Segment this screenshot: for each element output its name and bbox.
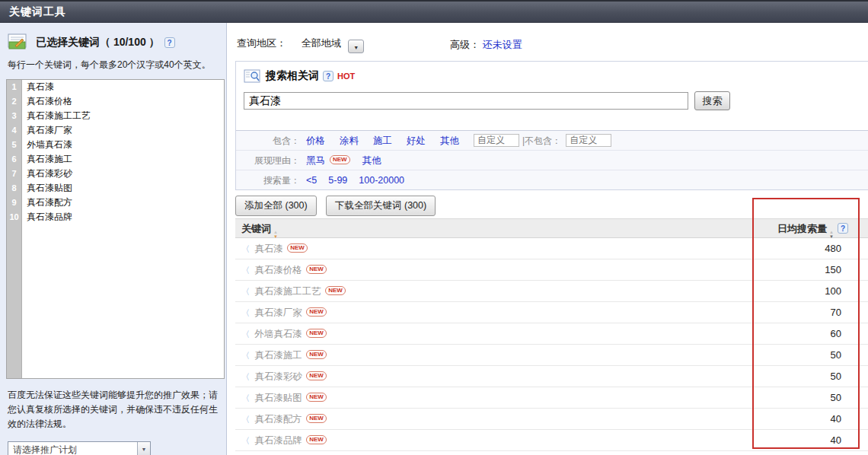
add-keyword-chevron-icon[interactable] xyxy=(241,415,250,424)
result-keyword[interactable]: 真石漆贴图 xyxy=(254,393,302,403)
keyword-search-input[interactable] xyxy=(244,92,688,110)
daily-search-volume: 60 xyxy=(754,323,868,345)
result-keyword[interactable]: 真石漆品牌 xyxy=(254,435,302,446)
daily-search-volume: 100 xyxy=(754,281,868,302)
page-title: 关键词工具 xyxy=(0,2,868,22)
new-badge: NEW xyxy=(306,371,327,380)
add-keyword-chevron-icon[interactable] xyxy=(241,329,250,339)
daily-search-volume: 50 xyxy=(754,366,868,387)
advanced-label: 高级： xyxy=(450,39,480,50)
add-all-button[interactable]: 添加全部 (300) xyxy=(235,196,317,216)
add-keyword-chevron-icon[interactable] xyxy=(241,308,250,317)
new-badge: NEW xyxy=(325,286,346,295)
promotion-plan-select[interactable]: 请选择推广计划 xyxy=(8,441,151,455)
selected-keyword-line: 真石漆贴图 xyxy=(23,181,224,196)
filter-reason-other[interactable]: 其他 xyxy=(362,155,381,166)
selected-keyword-line: 真石漆品牌 xyxy=(23,210,224,224)
keywords-hint: 每行一个关键词，每个最多20个汉字或40个英文。 xyxy=(0,51,226,72)
result-keyword[interactable]: 真石漆 xyxy=(254,243,283,254)
table-row: 外墙真石漆 NEW 60 xyxy=(235,323,868,345)
region-dropdown-button[interactable] xyxy=(348,40,364,53)
result-keyword[interactable]: 真石漆施工 xyxy=(254,350,302,361)
line-number: 6 xyxy=(7,152,21,167)
selected-keywords-icon xyxy=(8,33,28,51)
table-row: 真石漆施工 NEW 50 xyxy=(235,345,868,366)
result-keyword[interactable]: 真石漆彩砂 xyxy=(254,371,302,382)
filter-reason-heima[interactable]: 黑马 xyxy=(306,155,325,166)
selected-keyword-line: 真石漆彩砂 xyxy=(23,167,224,181)
filter-volume-option[interactable]: 100-20000 xyxy=(359,175,404,186)
hot-badge: HOT xyxy=(337,72,355,81)
filter-include-option[interactable]: 价格 xyxy=(306,135,325,146)
selected-keyword-line: 真石漆 xyxy=(23,80,224,94)
table-row: 真石漆施工工艺 NEW 100 xyxy=(235,281,868,302)
filter-include-option[interactable]: 其他 xyxy=(440,135,459,146)
selected-keyword-line: 真石漆施工工艺 xyxy=(23,109,224,123)
filter-area: 包含：价格涂料施工好处其他|不包含： 展现理由：黑马NEW其他 搜索量：<55-… xyxy=(236,130,868,189)
add-keyword-chevron-icon[interactable] xyxy=(241,436,250,445)
volume-column-header[interactable]: 日均搜索量 xyxy=(754,219,868,240)
reason-label: 展现理由： xyxy=(236,151,300,170)
search-related-icon xyxy=(244,69,261,84)
selected-keyword-line: 真石漆价格 xyxy=(23,94,224,109)
table-row: 真石漆贴图 NEW 50 xyxy=(235,387,868,409)
result-keyword[interactable]: 真石漆价格 xyxy=(254,265,302,275)
line-number-gutter: 12345678910 xyxy=(7,80,22,378)
new-badge: NEW xyxy=(306,435,327,444)
line-number: 10 xyxy=(7,210,21,224)
volume-label: 搜索量： xyxy=(236,170,300,190)
search-button[interactable]: 搜索 xyxy=(694,91,730,110)
main-content: 查询地区： 全部地域 高级： 还未设置 搜索相关词 HOT xyxy=(228,23,868,455)
filter-volume-option[interactable]: 5-99 xyxy=(328,175,347,186)
result-keyword[interactable]: 真石漆配方 xyxy=(254,414,302,425)
include-custom-input[interactable] xyxy=(474,134,519,147)
table-row: 真石漆价格 NEW 150 xyxy=(235,259,868,281)
line-number: 1 xyxy=(7,80,21,94)
line-number: 7 xyxy=(7,167,21,181)
selected-keywords-panel: 已选择关键词（ 10/100 ） 每行一个关键词，每个最多20个汉字或40个英文… xyxy=(0,23,227,455)
filter-volume-option[interactable]: <5 xyxy=(306,175,317,186)
add-keyword-chevron-icon[interactable] xyxy=(241,266,250,275)
chevron-down-icon[interactable] xyxy=(137,442,150,455)
selected-keywords-editor[interactable]: 12345678910 真石漆真石漆价格真石漆施工工艺真石漆厂家外墙真石漆真石漆… xyxy=(6,79,225,379)
add-keyword-chevron-icon[interactable] xyxy=(241,287,250,296)
window-title-bar: 关键词工具 xyxy=(0,0,868,23)
line-number: 9 xyxy=(7,196,21,210)
download-all-button[interactable]: 下载全部关键词 (300) xyxy=(326,196,436,216)
add-keyword-chevron-icon[interactable] xyxy=(241,244,250,253)
new-badge: NEW xyxy=(306,265,327,274)
new-badge: NEW xyxy=(306,393,327,402)
add-keyword-chevron-icon[interactable] xyxy=(241,393,250,402)
add-keyword-chevron-icon[interactable] xyxy=(241,372,250,381)
region-label: 查询地区： xyxy=(237,37,286,49)
new-badge: NEW xyxy=(287,243,308,253)
selected-keyword-line: 真石漆厂家 xyxy=(23,123,224,138)
table-row: 真石漆彩砂 NEW 50 xyxy=(235,366,868,387)
help-icon[interactable] xyxy=(838,223,848,234)
keyword-column-header[interactable]: 关键词 xyxy=(235,223,278,234)
new-badge: NEW xyxy=(306,307,327,317)
filter-include-option[interactable]: 好处 xyxy=(407,135,426,146)
daily-search-volume: 70 xyxy=(754,302,868,323)
table-row: 真石漆品牌 NEW 40 xyxy=(235,430,868,451)
search-related-title: 搜索相关词 xyxy=(266,69,319,83)
exclude-label: |不包含： xyxy=(522,135,561,146)
help-icon[interactable] xyxy=(323,71,333,81)
filter-include-option[interactable]: 施工 xyxy=(373,135,392,146)
daily-search-volume: 50 xyxy=(754,345,868,366)
table-row: 真石漆 NEW 480 xyxy=(235,238,868,259)
exclude-custom-input[interactable] xyxy=(566,134,611,147)
filter-include-option[interactable]: 涂料 xyxy=(340,135,359,146)
result-keyword[interactable]: 真石漆厂家 xyxy=(254,307,302,318)
result-keyword[interactable]: 真石漆施工工艺 xyxy=(254,286,321,297)
advanced-settings-link[interactable]: 还未设置 xyxy=(483,39,522,50)
selected-keyword-line: 真石漆施工 xyxy=(23,152,224,167)
include-label: 包含： xyxy=(236,131,300,151)
selected-keyword-line: 外墙真石漆 xyxy=(23,138,224,152)
results-table: 关键词 日均搜索量 真石漆 NEW 480 真石漆价格 NEW 150 xyxy=(235,218,868,451)
result-keyword[interactable]: 外墙真石漆 xyxy=(254,329,302,339)
daily-search-volume: 480 xyxy=(754,238,868,259)
add-keyword-chevron-icon[interactable] xyxy=(241,351,250,360)
line-number: 8 xyxy=(7,181,21,196)
help-icon[interactable] xyxy=(164,37,175,48)
